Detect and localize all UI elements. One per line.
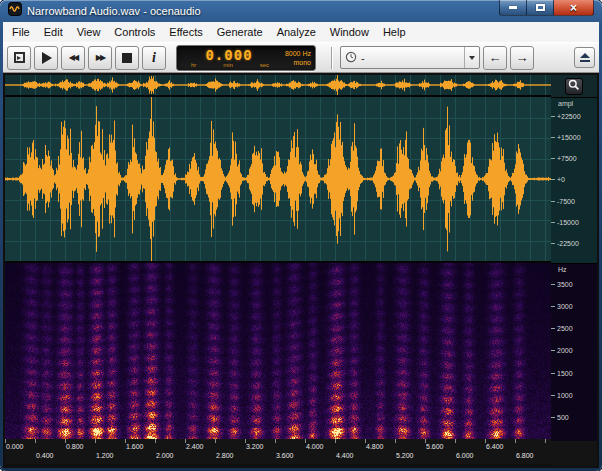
- play-selection-icon: [14, 52, 25, 63]
- frequency-tick: 1500: [551, 370, 593, 377]
- unit-min-label: min: [223, 62, 233, 68]
- chevron-down-icon: [469, 56, 475, 60]
- time-value: 0.000: [183, 49, 275, 62]
- rewind-button[interactable]: ◀◀: [61, 46, 85, 70]
- time-labels-row1: 0.0000.8001.6002.4003.2004.0004.8005.600…: [5, 443, 551, 452]
- amplitude-tick: +22500: [551, 113, 593, 120]
- tick-mark: [551, 158, 555, 159]
- app-window: Narrowband Audio.wav - ocenaudio × FileE…: [0, 0, 602, 471]
- time-label: 0.800: [66, 443, 126, 450]
- waveform-view[interactable]: [5, 97, 551, 261]
- amplitude-tick: +15000: [551, 134, 593, 141]
- channels-label: mono: [293, 58, 311, 67]
- device-selector-dropdown[interactable]: [464, 47, 479, 68]
- frequency-tick: 2000: [551, 347, 593, 354]
- stop-button[interactable]: [115, 46, 139, 70]
- waveform-overview[interactable]: [5, 75, 551, 95]
- spectrogram-view[interactable]: [5, 263, 551, 439]
- time-label: 6.800: [516, 452, 551, 459]
- info-icon: i: [152, 50, 156, 66]
- panel-toggle-button[interactable]: [574, 47, 595, 68]
- back-button[interactable]: ←: [483, 46, 507, 70]
- zoom-area: [551, 75, 597, 97]
- amplitude-tick: +0: [551, 176, 593, 183]
- info-button[interactable]: i: [142, 46, 166, 70]
- toolbar: ◀◀ ▶▶ i 0.000 hr min sec 8000 Hz mono: [3, 42, 599, 73]
- clock-icon: [345, 49, 357, 67]
- window-controls: ×: [499, 0, 594, 16]
- time-label: 0.000: [6, 443, 66, 450]
- frequency-tick: 3000: [551, 303, 593, 310]
- tick-mark: [551, 306, 555, 307]
- menu-item[interactable]: Controls: [107, 23, 162, 41]
- axis-column: ampl +22500+15000+7500+0-7500-15000-2250…: [551, 75, 597, 466]
- minimize-button[interactable]: [499, 0, 527, 16]
- tick-mark: [551, 243, 555, 244]
- time-axis: 0.0000.8001.6002.4003.2004.0004.8005.600…: [5, 439, 551, 464]
- rewind-icon: ◀◀: [69, 53, 77, 62]
- unit-sec-label: sec: [260, 62, 269, 68]
- amplitude-axis-unit: ampl: [558, 100, 573, 107]
- frequency-tick: 1000: [551, 392, 593, 399]
- frequency-axis-unit: Hz: [558, 266, 567, 273]
- menu-item[interactable]: Window: [323, 23, 376, 41]
- time-label: 5.200: [396, 452, 456, 459]
- amplitude-axis: ampl +22500+15000+7500+0-7500-15000-2250…: [551, 97, 597, 263]
- frequency-axis: Hz 350030002500200015001000500: [551, 263, 597, 441]
- time-label: 2.800: [216, 452, 276, 459]
- tick-mark: [551, 328, 555, 329]
- forward-button[interactable]: →: [510, 46, 534, 70]
- menu-item[interactable]: Effects: [162, 23, 209, 41]
- menu-item[interactable]: Analyze: [270, 23, 323, 41]
- time-label: 4.400: [336, 452, 396, 459]
- amplitude-tick: -7500: [551, 198, 593, 205]
- play-button[interactable]: [34, 46, 58, 70]
- stop-icon: [122, 53, 132, 63]
- time-label: 3.600: [276, 452, 336, 459]
- amplitude-tick: -15000: [551, 219, 593, 226]
- time-label: 2.400: [186, 443, 246, 450]
- tick-mark: [551, 137, 555, 138]
- maximize-button[interactable]: [527, 0, 554, 16]
- tick-mark: [551, 116, 555, 117]
- device-selector-value: -: [357, 52, 464, 64]
- time-label: 3.200: [246, 443, 306, 450]
- arrow-left-icon: ←: [489, 50, 502, 65]
- time-display[interactable]: 0.000 hr min sec 8000 Hz mono: [176, 45, 316, 71]
- menu-item[interactable]: Help: [376, 23, 413, 41]
- time-unit-labels: hr min sec: [183, 62, 275, 68]
- tick-mark: [551, 284, 555, 285]
- format-info: 8000 Hz mono: [277, 46, 315, 70]
- tick-mark: [551, 350, 555, 351]
- play-icon: [42, 52, 52, 64]
- unit-hr-label: hr: [191, 62, 196, 68]
- time-labels-row2: 0.4001.2002.0002.8003.6004.4005.2006.000…: [5, 452, 551, 461]
- title-bar[interactable]: Narrowband Audio.wav - ocenaudio ×: [3, 0, 599, 22]
- tick-mark: [551, 373, 555, 374]
- tick-mark: [551, 222, 555, 223]
- time-label: 6.000: [456, 452, 516, 459]
- frequency-tick: 2500: [551, 325, 593, 332]
- time-label: 1.200: [96, 452, 156, 459]
- minimize-icon: [509, 6, 517, 9]
- fast-forward-button[interactable]: ▶▶: [88, 46, 112, 70]
- time-label: 4.800: [366, 443, 426, 450]
- editor-area: 0.0000.8001.6002.4003.2004.0004.8005.600…: [3, 73, 599, 468]
- window-title: Narrowband Audio.wav - ocenaudio: [27, 5, 201, 17]
- tick-mark: [551, 179, 555, 180]
- close-icon: ×: [570, 3, 577, 13]
- amplitude-tick: -22500: [551, 240, 593, 247]
- play-selection-button[interactable]: [7, 46, 31, 70]
- menu-item[interactable]: Edit: [37, 23, 70, 41]
- close-button[interactable]: ×: [554, 0, 594, 16]
- device-selector[interactable]: -: [340, 46, 480, 69]
- tracks-column: 0.0000.8001.6002.4003.2004.0004.8005.600…: [5, 75, 551, 466]
- time-label: 0.400: [36, 452, 96, 459]
- menu-item[interactable]: Generate: [210, 23, 270, 41]
- zoom-button[interactable]: [565, 78, 583, 95]
- time-label: 6.400: [486, 443, 546, 450]
- tick-mark: [551, 395, 555, 396]
- menu-item[interactable]: View: [70, 23, 108, 41]
- menu-item[interactable]: File: [5, 23, 37, 41]
- time-label: 5.600: [426, 443, 486, 450]
